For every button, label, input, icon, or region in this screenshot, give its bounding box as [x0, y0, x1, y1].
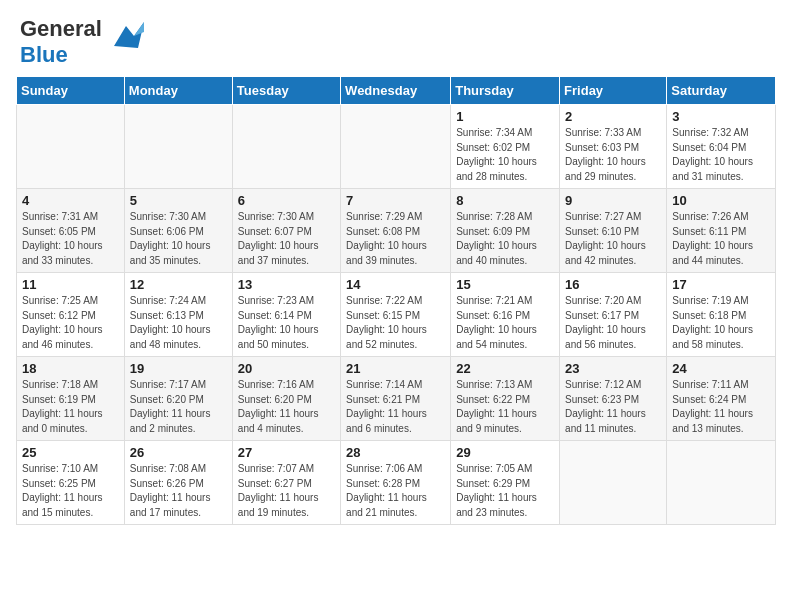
- day-number: 19: [130, 361, 227, 376]
- day-number: 29: [456, 445, 554, 460]
- page-header: General Blue: [0, 0, 792, 76]
- calendar-cell: 1Sunrise: 7:34 AM Sunset: 6:02 PM Daylig…: [451, 105, 560, 189]
- day-info: Sunrise: 7:18 AM Sunset: 6:19 PM Dayligh…: [22, 378, 119, 436]
- day-info: Sunrise: 7:06 AM Sunset: 6:28 PM Dayligh…: [346, 462, 445, 520]
- day-info: Sunrise: 7:29 AM Sunset: 6:08 PM Dayligh…: [346, 210, 445, 268]
- day-info: Sunrise: 7:25 AM Sunset: 6:12 PM Dayligh…: [22, 294, 119, 352]
- day-info: Sunrise: 7:34 AM Sunset: 6:02 PM Dayligh…: [456, 126, 554, 184]
- day-info: Sunrise: 7:33 AM Sunset: 6:03 PM Dayligh…: [565, 126, 661, 184]
- calendar-cell: 28Sunrise: 7:06 AM Sunset: 6:28 PM Dayli…: [341, 441, 451, 525]
- day-number: 22: [456, 361, 554, 376]
- day-info: Sunrise: 7:31 AM Sunset: 6:05 PM Dayligh…: [22, 210, 119, 268]
- calendar-cell: [667, 441, 776, 525]
- calendar-cell: 3Sunrise: 7:32 AM Sunset: 6:04 PM Daylig…: [667, 105, 776, 189]
- day-number: 17: [672, 277, 770, 292]
- calendar-cell: [17, 105, 125, 189]
- day-info: Sunrise: 7:16 AM Sunset: 6:20 PM Dayligh…: [238, 378, 335, 436]
- day-info: Sunrise: 7:17 AM Sunset: 6:20 PM Dayligh…: [130, 378, 227, 436]
- day-number: 24: [672, 361, 770, 376]
- day-number: 21: [346, 361, 445, 376]
- week-row-2: 4Sunrise: 7:31 AM Sunset: 6:05 PM Daylig…: [17, 189, 776, 273]
- week-row-3: 11Sunrise: 7:25 AM Sunset: 6:12 PM Dayli…: [17, 273, 776, 357]
- day-number: 28: [346, 445, 445, 460]
- day-number: 23: [565, 361, 661, 376]
- calendar-cell: 2Sunrise: 7:33 AM Sunset: 6:03 PM Daylig…: [560, 105, 667, 189]
- calendar-cell: [341, 105, 451, 189]
- calendar-cell: 29Sunrise: 7:05 AM Sunset: 6:29 PM Dayli…: [451, 441, 560, 525]
- calendar-cell: 24Sunrise: 7:11 AM Sunset: 6:24 PM Dayli…: [667, 357, 776, 441]
- day-info: Sunrise: 7:14 AM Sunset: 6:21 PM Dayligh…: [346, 378, 445, 436]
- day-header-monday: Monday: [124, 77, 232, 105]
- day-info: Sunrise: 7:24 AM Sunset: 6:13 PM Dayligh…: [130, 294, 227, 352]
- svg-marker-1: [134, 22, 144, 36]
- calendar-cell: 22Sunrise: 7:13 AM Sunset: 6:22 PM Dayli…: [451, 357, 560, 441]
- calendar-cell: [124, 105, 232, 189]
- day-number: 9: [565, 193, 661, 208]
- week-row-5: 25Sunrise: 7:10 AM Sunset: 6:25 PM Dayli…: [17, 441, 776, 525]
- calendar-cell: 17Sunrise: 7:19 AM Sunset: 6:18 PM Dayli…: [667, 273, 776, 357]
- day-info: Sunrise: 7:30 AM Sunset: 6:07 PM Dayligh…: [238, 210, 335, 268]
- day-info: Sunrise: 7:12 AM Sunset: 6:23 PM Dayligh…: [565, 378, 661, 436]
- day-info: Sunrise: 7:11 AM Sunset: 6:24 PM Dayligh…: [672, 378, 770, 436]
- calendar-cell: 15Sunrise: 7:21 AM Sunset: 6:16 PM Dayli…: [451, 273, 560, 357]
- day-number: 7: [346, 193, 445, 208]
- calendar-cell: [232, 105, 340, 189]
- calendar-cell: 9Sunrise: 7:27 AM Sunset: 6:10 PM Daylig…: [560, 189, 667, 273]
- calendar-cell: 21Sunrise: 7:14 AM Sunset: 6:21 PM Dayli…: [341, 357, 451, 441]
- day-info: Sunrise: 7:30 AM Sunset: 6:06 PM Dayligh…: [130, 210, 227, 268]
- day-number: 5: [130, 193, 227, 208]
- day-header-wednesday: Wednesday: [341, 77, 451, 105]
- logo-bird-icon: [106, 18, 146, 58]
- day-number: 2: [565, 109, 661, 124]
- day-number: 18: [22, 361, 119, 376]
- svg-marker-0: [114, 22, 144, 48]
- day-number: 12: [130, 277, 227, 292]
- day-number: 8: [456, 193, 554, 208]
- day-header-friday: Friday: [560, 77, 667, 105]
- day-info: Sunrise: 7:32 AM Sunset: 6:04 PM Dayligh…: [672, 126, 770, 184]
- days-header-row: SundayMondayTuesdayWednesdayThursdayFrid…: [17, 77, 776, 105]
- day-info: Sunrise: 7:23 AM Sunset: 6:14 PM Dayligh…: [238, 294, 335, 352]
- calendar-wrapper: SundayMondayTuesdayWednesdayThursdayFrid…: [0, 76, 792, 533]
- day-info: Sunrise: 7:22 AM Sunset: 6:15 PM Dayligh…: [346, 294, 445, 352]
- day-info: Sunrise: 7:28 AM Sunset: 6:09 PM Dayligh…: [456, 210, 554, 268]
- calendar-cell: 6Sunrise: 7:30 AM Sunset: 6:07 PM Daylig…: [232, 189, 340, 273]
- calendar-cell: 5Sunrise: 7:30 AM Sunset: 6:06 PM Daylig…: [124, 189, 232, 273]
- day-info: Sunrise: 7:07 AM Sunset: 6:27 PM Dayligh…: [238, 462, 335, 520]
- calendar-cell: 18Sunrise: 7:18 AM Sunset: 6:19 PM Dayli…: [17, 357, 125, 441]
- day-info: Sunrise: 7:13 AM Sunset: 6:22 PM Dayligh…: [456, 378, 554, 436]
- day-number: 16: [565, 277, 661, 292]
- day-number: 15: [456, 277, 554, 292]
- calendar-cell: 14Sunrise: 7:22 AM Sunset: 6:15 PM Dayli…: [341, 273, 451, 357]
- day-info: Sunrise: 7:26 AM Sunset: 6:11 PM Dayligh…: [672, 210, 770, 268]
- day-info: Sunrise: 7:05 AM Sunset: 6:29 PM Dayligh…: [456, 462, 554, 520]
- day-number: 20: [238, 361, 335, 376]
- calendar-cell: 10Sunrise: 7:26 AM Sunset: 6:11 PM Dayli…: [667, 189, 776, 273]
- day-number: 14: [346, 277, 445, 292]
- day-info: Sunrise: 7:19 AM Sunset: 6:18 PM Dayligh…: [672, 294, 770, 352]
- day-number: 10: [672, 193, 770, 208]
- day-header-thursday: Thursday: [451, 77, 560, 105]
- day-header-sunday: Sunday: [17, 77, 125, 105]
- calendar-cell: 16Sunrise: 7:20 AM Sunset: 6:17 PM Dayli…: [560, 273, 667, 357]
- day-info: Sunrise: 7:21 AM Sunset: 6:16 PM Dayligh…: [456, 294, 554, 352]
- week-row-1: 1Sunrise: 7:34 AM Sunset: 6:02 PM Daylig…: [17, 105, 776, 189]
- day-header-tuesday: Tuesday: [232, 77, 340, 105]
- day-number: 4: [22, 193, 119, 208]
- calendar-cell: 11Sunrise: 7:25 AM Sunset: 6:12 PM Dayli…: [17, 273, 125, 357]
- calendar-cell: 20Sunrise: 7:16 AM Sunset: 6:20 PM Dayli…: [232, 357, 340, 441]
- day-number: 26: [130, 445, 227, 460]
- day-number: 13: [238, 277, 335, 292]
- calendar-cell: 23Sunrise: 7:12 AM Sunset: 6:23 PM Dayli…: [560, 357, 667, 441]
- calendar-table: SundayMondayTuesdayWednesdayThursdayFrid…: [16, 76, 776, 525]
- day-info: Sunrise: 7:08 AM Sunset: 6:26 PM Dayligh…: [130, 462, 227, 520]
- calendar-cell: 26Sunrise: 7:08 AM Sunset: 6:26 PM Dayli…: [124, 441, 232, 525]
- day-info: Sunrise: 7:10 AM Sunset: 6:25 PM Dayligh…: [22, 462, 119, 520]
- day-info: Sunrise: 7:27 AM Sunset: 6:10 PM Dayligh…: [565, 210, 661, 268]
- calendar-cell: 27Sunrise: 7:07 AM Sunset: 6:27 PM Dayli…: [232, 441, 340, 525]
- calendar-cell: 4Sunrise: 7:31 AM Sunset: 6:05 PM Daylig…: [17, 189, 125, 273]
- calendar-cell: 13Sunrise: 7:23 AM Sunset: 6:14 PM Dayli…: [232, 273, 340, 357]
- calendar-cell: 8Sunrise: 7:28 AM Sunset: 6:09 PM Daylig…: [451, 189, 560, 273]
- calendar-cell: 19Sunrise: 7:17 AM Sunset: 6:20 PM Dayli…: [124, 357, 232, 441]
- logo-text: General Blue: [20, 16, 102, 68]
